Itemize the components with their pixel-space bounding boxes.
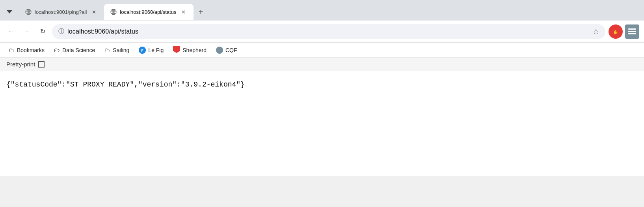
bookmark-item-bookmarks[interactable]: 🗁 Bookmarks xyxy=(5,45,48,55)
svg-rect-10 xyxy=(628,28,636,30)
grey-globe-icon xyxy=(216,47,223,54)
bookmark-item-data-science[interactable]: 🗁 Data Science xyxy=(50,45,99,55)
bookmark-label-shepherd: Shepherd xyxy=(182,47,207,53)
svg-rect-11 xyxy=(628,31,636,32)
toolbar-icons: ✋ xyxy=(609,24,639,39)
tab-close-status[interactable]: ✕ xyxy=(179,8,187,16)
content-area: Pretty-print {"statusCode":"ST_PROXY_REA… xyxy=(0,58,644,176)
address-bar-row: ← → ↻ ⓘ localhost:9060/api/status ☆ ✋ xyxy=(0,21,644,43)
bookmarks-bar: 🗁 Bookmarks 🗁 Data Science 🗁 Sailing F L… xyxy=(0,43,644,58)
tab-status[interactable]: localhost:9060/api/status ✕ xyxy=(104,4,194,20)
bookmark-item-sailing[interactable]: 🗁 Sailing xyxy=(101,45,133,55)
tab-favicon-globe xyxy=(25,9,32,15)
svg-text:F: F xyxy=(141,49,144,53)
folder-icon-ds: 🗁 xyxy=(54,47,60,53)
folder-icon: 🗁 xyxy=(9,47,15,53)
red-square-icon xyxy=(173,46,180,54)
new-tab-button[interactable]: + xyxy=(194,5,208,19)
bookmark-label-data-science: Data Science xyxy=(62,47,95,53)
address-field[interactable]: ⓘ localhost:9060/api/status ☆ xyxy=(52,24,605,39)
star-icon[interactable]: ☆ xyxy=(593,27,599,36)
bookmark-label-cqf: CQF xyxy=(225,47,237,53)
bookmark-label-le-fig: Le Fig xyxy=(148,47,164,53)
url-text: localhost:9060/api/status xyxy=(67,28,590,35)
folder-icon-sailing: 🗁 xyxy=(104,47,110,53)
bookmark-item-shepherd[interactable]: Shepherd xyxy=(169,44,210,56)
svg-marker-15 xyxy=(173,46,180,53)
pretty-print-checkbox[interactable] xyxy=(38,61,45,68)
layers-icon xyxy=(628,28,636,35)
tab-dropdown-button[interactable] xyxy=(0,4,19,20)
tab-close-ping[interactable]: ✕ xyxy=(90,8,98,16)
reload-button[interactable]: ↻ xyxy=(36,25,49,38)
stop-hand-icon: ✋ xyxy=(612,28,619,35)
pretty-print-label: Pretty-print xyxy=(6,61,35,68)
bookmark-label-sailing: Sailing xyxy=(113,47,129,53)
svg-rect-12 xyxy=(628,33,636,34)
json-content: {"statusCode":"ST_PROXY_READY","version"… xyxy=(0,71,644,98)
tab-title-status: localhost:9060/api/status xyxy=(120,9,176,15)
blue-globe-icon: F xyxy=(139,47,146,54)
chevron-down-icon xyxy=(7,9,12,15)
tab-title-ping: localhost:9001/ping?all xyxy=(35,9,87,15)
bookmark-label-bookmarks: Bookmarks xyxy=(17,47,45,53)
bookmark-item-le-fig[interactable]: F Le Fig xyxy=(135,45,168,55)
back-button[interactable]: ← xyxy=(5,25,17,38)
bookmark-item-cqf[interactable]: CQF xyxy=(212,45,241,55)
pretty-print-bar: Pretty-print xyxy=(0,58,644,71)
svg-text:✋: ✋ xyxy=(613,29,618,34)
tab-ping[interactable]: localhost:9001/ping?all ✕ xyxy=(19,4,104,20)
adblock-icon[interactable]: ✋ xyxy=(609,24,623,39)
tab-bar: localhost:9001/ping?all ✕ localhost:9060… xyxy=(0,0,644,21)
info-icon: ⓘ xyxy=(58,28,64,35)
stack-icon[interactable] xyxy=(625,24,639,39)
forward-button[interactable]: → xyxy=(20,25,33,38)
tab-favicon-globe-2 xyxy=(110,9,117,15)
